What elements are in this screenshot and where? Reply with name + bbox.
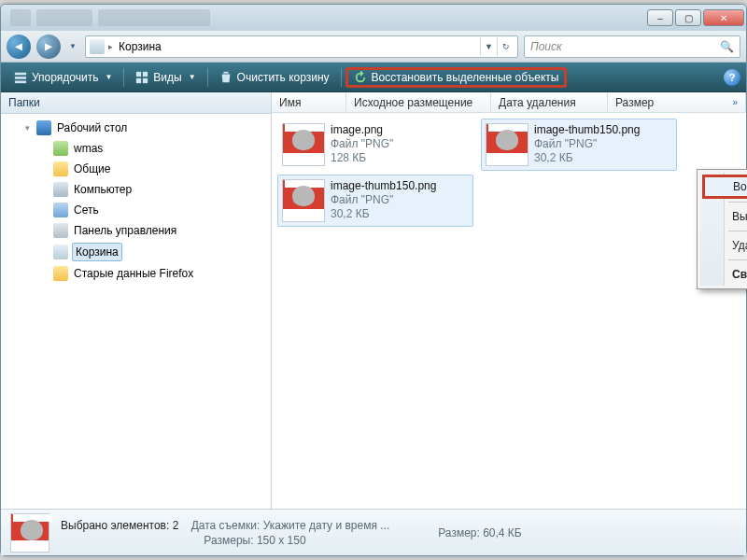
tree-twisty-icon[interactable]: ▾ (21, 119, 33, 136)
col-name[interactable]: Имя (272, 92, 346, 112)
command-bar: Упорядочить ▼ Виды ▼ Очистить корзину Во… (1, 63, 746, 92)
search-placeholder: Поиск (530, 40, 562, 53)
sidebar-item-2[interactable]: Общие (5, 159, 267, 179)
address-refresh[interactable]: ↻ (497, 37, 514, 56)
status-size-key: Размер: (438, 526, 480, 539)
tree-item-label: Корзина (72, 243, 122, 261)
status-size-value: 60,4 КБ (483, 526, 522, 539)
file-size: 30,2 КБ (331, 207, 436, 221)
file-item[interactable]: image.pngФайл "PNG"128 КБ (277, 119, 473, 171)
help-button[interactable]: ? (724, 69, 740, 86)
titlebar: – ▢ ✕ (1, 5, 746, 31)
tree-item-label: Сеть (72, 202, 101, 218)
col-size[interactable]: Размер» (608, 92, 746, 112)
navbar: ◄ ► ▼ ▸ Корзина ▼ ↻ Поиск 🔍 (1, 31, 746, 63)
restore-label: Восстановить выделенные объекты (372, 71, 559, 84)
file-thumbnail (282, 123, 325, 166)
views-icon (135, 71, 148, 84)
chevron-down-icon: ▼ (105, 73, 112, 81)
column-headers: Имя Исходное размещение Дата удаления Ра… (272, 92, 746, 113)
file-size: 30,2 КБ (534, 151, 640, 165)
nav-pane: Папки ▾Рабочий столwmasОбщиеКомпьютерСет… (1, 92, 272, 509)
file-item[interactable]: image-thumb150.pngФайл "PNG"30,2 КБ (277, 175, 473, 227)
file-item[interactable]: image-thumb150.pngФайл "PNG"30,2 КБ (481, 119, 677, 171)
organize-button[interactable]: Упорядочить ▼ (7, 68, 120, 87)
file-area: Имя Исходное размещение Дата удаления Ра… (272, 92, 746, 509)
cm-delete[interactable]: Удалить (700, 234, 747, 257)
tree-folder-icon (53, 245, 68, 259)
file-thumbnail (282, 179, 325, 222)
file-thumbnail (486, 123, 529, 166)
context-menu-separator (728, 202, 747, 203)
svg-rect-1 (15, 77, 26, 79)
tree-item-label: Панель управления (72, 222, 178, 239)
nav-back-button[interactable]: ◄ (7, 35, 31, 59)
organize-label: Упорядочить (32, 71, 98, 84)
tree-folder-icon (53, 203, 68, 217)
recycle-bin-icon (90, 39, 105, 54)
sidebar-item-4[interactable]: Сеть (5, 200, 267, 220)
file-list[interactable]: image.pngФайл "PNG"128 КБimage-thumb150.… (272, 113, 746, 509)
nav-forward-button[interactable]: ► (36, 35, 61, 59)
tree-item-label: Рабочий стол (55, 119, 129, 136)
search-icon: 🔍 (720, 40, 734, 53)
cm-cut[interactable]: Вырезать (700, 205, 747, 228)
body: Папки ▾Рабочий столwmasОбщиеКомпьютерСет… (1, 92, 746, 509)
explorer-window: – ▢ ✕ ◄ ► ▼ ▸ Корзина ▼ ↻ Поиск 🔍 Упоряд… (0, 4, 747, 556)
breadcrumb-current[interactable]: Корзина (117, 40, 163, 53)
svg-rect-6 (143, 77, 148, 82)
details-pane: Выбрано элементов: 2 Дата съемки: Укажит… (1, 509, 746, 555)
views-button[interactable]: Виды ▼ (128, 68, 203, 87)
restore-selected-button[interactable]: Восстановить выделенные объекты (345, 67, 568, 88)
trash-icon (219, 71, 233, 84)
sidebar-item-3[interactable]: Компьютер (5, 179, 267, 200)
svg-rect-2 (15, 80, 26, 83)
chevron-down-icon: ▼ (189, 73, 196, 81)
columns-chevron-icon[interactable]: » (732, 97, 738, 107)
status-date-value[interactable]: Укажите дату и время ... (263, 519, 390, 532)
address-dropdown[interactable]: ▼ (480, 37, 497, 56)
tree-folder-icon (53, 161, 68, 176)
context-menu: Восстановить Вырезать Удалить Свойства (697, 169, 747, 289)
empty-bin-label: Очистить корзину (237, 71, 330, 84)
minimize-button[interactable]: – (647, 9, 673, 26)
address-bar[interactable]: ▸ Корзина ▼ ↻ (85, 35, 518, 58)
sidebar-item-0[interactable]: ▾Рабочий стол (5, 118, 267, 138)
tree-item-label: Старые данные Firefox (72, 265, 195, 282)
svg-rect-3 (136, 71, 141, 76)
nav-history-dropdown[interactable]: ▼ (66, 37, 79, 56)
status-thumbnail (10, 513, 49, 553)
tree-folder-icon (53, 266, 68, 281)
col-original-location[interactable]: Исходное размещение (346, 92, 491, 112)
context-menu-separator (728, 259, 747, 260)
file-size: 128 КБ (331, 151, 393, 165)
sidebar-item-1[interactable]: wmas (5, 138, 267, 159)
sidebar-item-6[interactable]: Корзина (5, 241, 267, 263)
cm-restore[interactable]: Восстановить (702, 175, 747, 199)
folder-tree: ▾Рабочий столwmasОбщиеКомпьютерСетьПанел… (1, 114, 271, 509)
nav-pane-header[interactable]: Папки (1, 92, 271, 114)
close-button[interactable]: ✕ (703, 9, 744, 26)
sidebar-item-7[interactable]: Старые данные Firefox (5, 263, 267, 284)
svg-rect-0 (15, 72, 26, 75)
tree-item-label: Компьютер (72, 181, 134, 198)
file-name: image-thumb150.png (331, 179, 436, 193)
empty-recycle-bin-button[interactable]: Очистить корзину (212, 68, 337, 87)
tree-folder-icon (36, 120, 51, 135)
context-menu-separator (728, 231, 747, 231)
sidebar-item-5[interactable]: Панель управления (5, 220, 267, 241)
svg-rect-4 (143, 71, 148, 76)
tree-folder-icon (53, 141, 68, 156)
status-selection-label: Выбрано элементов: 2 (61, 519, 178, 532)
restore-icon (354, 71, 367, 84)
status-dimensions-value: 150 x 150 (257, 534, 306, 547)
file-type: Файл "PNG" (331, 193, 436, 207)
search-box[interactable]: Поиск 🔍 (524, 35, 740, 58)
status-date-key: Дата съемки: (191, 519, 261, 532)
col-date-deleted[interactable]: Дата удаления (491, 92, 608, 112)
file-name: image.png (331, 123, 393, 137)
tree-item-label: Общие (72, 161, 112, 177)
cm-properties[interactable]: Свойства (700, 263, 747, 286)
file-type: Файл "PNG" (534, 137, 640, 151)
maximize-button[interactable]: ▢ (675, 9, 701, 26)
